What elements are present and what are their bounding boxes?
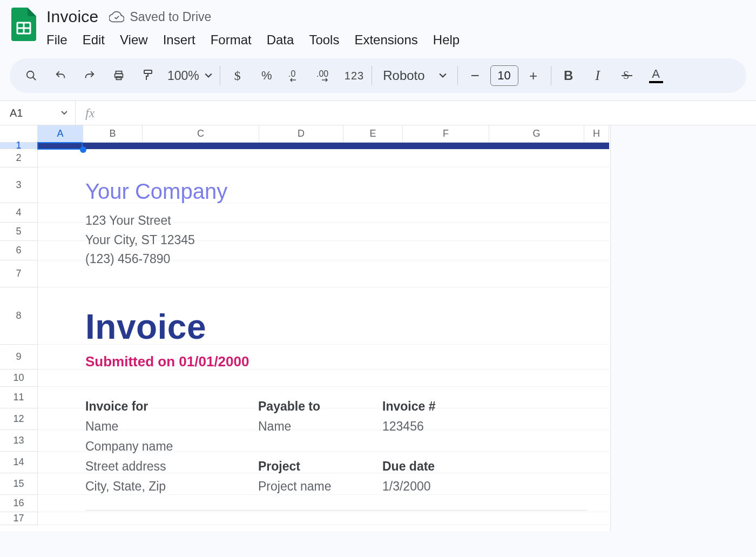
cell-selection	[37, 142, 83, 150]
chevron-down-icon	[439, 73, 447, 78]
selection-fill-handle[interactable]	[80, 146, 86, 153]
column-header-D[interactable]: D	[259, 125, 343, 143]
column-header-A[interactable]: A	[38, 125, 83, 143]
invoice-for-company[interactable]: Company name	[85, 439, 258, 454]
font-name-value: Roboto	[383, 68, 424, 83]
menu-tools[interactable]: Tools	[309, 32, 339, 48]
row-headers: 1234567891011121314151617	[0, 143, 38, 531]
name-box-value: A1	[10, 107, 23, 119]
increase-font-size-button[interactable]: +	[524, 65, 543, 86]
fx-label: fx	[76, 106, 94, 120]
sheet-content[interactable]: Your Company 123 Your Street Your City, …	[38, 143, 609, 511]
svg-text:.00: .00	[316, 69, 328, 78]
app-header: Invoice Saved to Drive File Edit View In…	[0, 0, 756, 55]
menu-insert[interactable]: Insert	[163, 32, 195, 48]
zoom-value: 100%	[167, 69, 199, 83]
heading-invoice-number[interactable]: Invoice #	[382, 399, 523, 414]
row-header-16[interactable]: 16	[0, 495, 38, 512]
menu-bar: File Edit View Insert Format Data Tools …	[46, 26, 460, 55]
menu-file[interactable]: File	[46, 32, 68, 48]
svg-rect-8	[144, 70, 152, 73]
heading-project[interactable]: Project	[258, 459, 382, 474]
row-header-6[interactable]: 6	[0, 241, 38, 260]
document-title[interactable]: Invoice	[46, 8, 98, 26]
name-box[interactable]: A1	[0, 101, 76, 125]
invoice-title[interactable]: Invoice	[85, 307, 609, 347]
project-name[interactable]: Project name	[258, 479, 382, 494]
row-header-17[interactable]: 17	[0, 512, 38, 525]
row-header-8[interactable]: 8	[0, 287, 38, 345]
save-status[interactable]: Saved to Drive	[109, 10, 211, 24]
company-city[interactable]: Your City, ST 12345	[85, 231, 609, 250]
decrease-font-size-button[interactable]: −	[465, 65, 485, 86]
percent-button[interactable]: %	[257, 65, 276, 86]
bold-button[interactable]: B	[559, 65, 578, 86]
menu-help[interactable]: Help	[433, 32, 460, 48]
submitted-date[interactable]: Submitted on 01/01/2000	[85, 353, 609, 370]
invoice-for-name[interactable]: Name	[85, 419, 258, 434]
formula-bar: A1 fx	[0, 100, 756, 125]
company-name[interactable]: Your Company	[85, 179, 609, 204]
italic-button[interactable]: I	[588, 65, 608, 86]
text-color-swatch	[649, 81, 663, 83]
company-phone[interactable]: (123) 456-7890	[85, 250, 609, 269]
column-headers: ABCDEFGH	[38, 125, 609, 143]
row-header-13[interactable]: 13	[0, 430, 38, 452]
heading-invoice-for[interactable]: Invoice for	[85, 399, 258, 414]
row-header-4[interactable]: 4	[0, 203, 38, 223]
redo-button[interactable]	[80, 65, 99, 86]
formula-input[interactable]	[94, 101, 756, 125]
zoom-selector[interactable]: 100%	[167, 69, 212, 83]
row-header-2[interactable]: 2	[0, 149, 38, 167]
sheets-logo-icon[interactable]	[10, 5, 38, 43]
increase-decimal-button[interactable]: .00	[315, 65, 335, 86]
svg-text:.0: .0	[288, 69, 295, 78]
paint-format-button[interactable]	[138, 65, 158, 86]
due-date[interactable]: 1/3/2000	[382, 479, 523, 494]
print-button[interactable]	[109, 65, 129, 86]
row-header-3[interactable]: 3	[0, 167, 38, 203]
header-bar	[38, 143, 609, 149]
currency-button[interactable]: $	[228, 65, 247, 86]
row-header-10[interactable]: 10	[0, 370, 38, 387]
chevron-down-icon	[61, 111, 68, 115]
column-header-F[interactable]: F	[403, 125, 489, 143]
number-format-button[interactable]: 123	[345, 65, 364, 86]
column-header-H[interactable]: H	[584, 125, 609, 143]
save-status-text: Saved to Drive	[130, 10, 211, 24]
menu-data[interactable]: Data	[267, 32, 294, 48]
column-header-G[interactable]: G	[489, 125, 584, 143]
payable-to-name[interactable]: Name	[258, 419, 382, 434]
row-header-5[interactable]: 5	[0, 223, 38, 241]
row-header-9[interactable]: 9	[0, 345, 38, 370]
font-selector[interactable]: Roboto	[380, 68, 449, 83]
invoice-for-city[interactable]: City, State, Zip	[85, 479, 258, 494]
menu-edit[interactable]: Edit	[83, 32, 105, 48]
column-header-E[interactable]: E	[343, 125, 403, 143]
text-color-button[interactable]: A	[646, 65, 666, 86]
heading-payable-to[interactable]: Payable to	[258, 399, 382, 414]
company-street[interactable]: 123 Your Street	[85, 211, 609, 231]
column-header-C[interactable]: C	[143, 125, 259, 143]
menu-format[interactable]: Format	[211, 32, 252, 48]
invoice-for-street[interactable]: Street address	[85, 459, 258, 474]
decrease-decimal-button[interactable]: .0	[286, 65, 306, 86]
row-header-12[interactable]: 12	[0, 408, 38, 430]
undo-button[interactable]	[51, 65, 70, 86]
row-header-7[interactable]: 7	[0, 260, 38, 287]
search-icon[interactable]	[22, 65, 41, 86]
invoice-number[interactable]: 123456	[382, 419, 523, 434]
spreadsheet-grid: ABCDEFGH 1234567891011121314151617 Your …	[0, 125, 756, 531]
row-header-1[interactable]: 1	[0, 143, 38, 149]
menu-view[interactable]: View	[120, 32, 148, 48]
cloud-saved-icon	[109, 10, 124, 24]
column-header-B[interactable]: B	[83, 125, 143, 143]
menu-extensions[interactable]: Extensions	[354, 32, 417, 48]
row-header-15[interactable]: 15	[0, 473, 38, 495]
strikethrough-button[interactable]: S	[617, 65, 637, 86]
row-header-14[interactable]: 14	[0, 452, 38, 473]
font-size-input[interactable]: 10	[490, 65, 518, 86]
svg-point-3	[27, 71, 34, 78]
row-header-11[interactable]: 11	[0, 387, 38, 408]
heading-due-date[interactable]: Due date	[382, 459, 523, 474]
